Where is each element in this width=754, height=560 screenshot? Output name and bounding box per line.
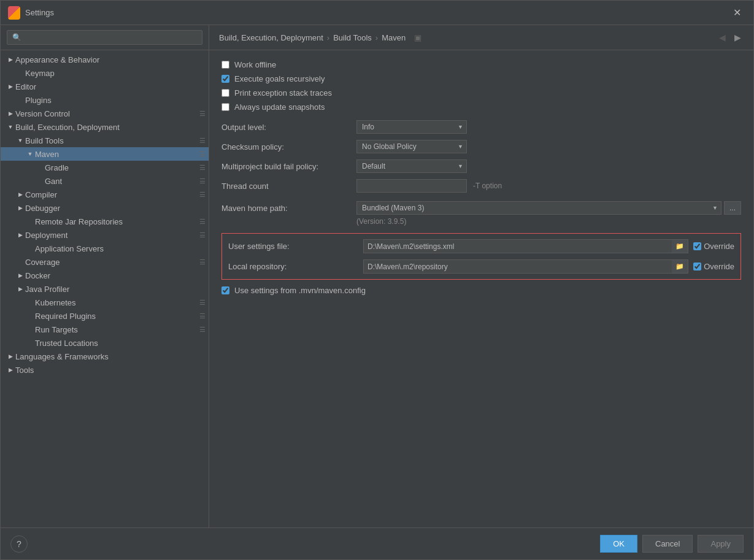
sidebar-item-debugger[interactable]: Debugger	[1, 201, 209, 215]
arrow-icon	[25, 297, 35, 307]
sidebar-item-build-tools[interactable]: Build Tools ☰	[1, 134, 209, 147]
sidebar-item-label: Run Targets	[35, 325, 196, 334]
sidebar-item-label: Appearance & Behavior	[15, 55, 209, 64]
sidebar-item-remote-jar[interactable]: Remote Jar Repositories ☰	[1, 215, 209, 228]
local-repo-browse-button[interactable]: 📁	[672, 260, 688, 273]
sidebar-item-trusted-locations[interactable]: Trusted Locations	[1, 336, 209, 350]
output-level-row: Output level: Info Debug Error Warning	[221, 120, 741, 134]
sidebar-item-plugins[interactable]: Plugins	[1, 93, 209, 107]
local-repo-input[interactable]	[364, 261, 672, 273]
use-settings-checkbox[interactable]	[221, 286, 229, 294]
sidebar-item-docker[interactable]: Docker	[1, 269, 209, 282]
output-level-label: Output level:	[221, 123, 356, 132]
arrow-icon	[6, 55, 15, 64]
sidebar-item-build-exec[interactable]: Build, Execution, Deployment	[1, 120, 209, 134]
help-button[interactable]: ?	[10, 535, 28, 553]
sidebar-item-label: Keymap	[25, 69, 209, 78]
apply-button[interactable]: Apply	[698, 535, 744, 553]
sidebar-item-label: Gant	[45, 177, 196, 186]
sidebar-item-gradle[interactable]: Gradle ☰	[1, 161, 209, 174]
sidebar-item-required-plugins[interactable]: Required Plugins ☰	[1, 309, 209, 323]
local-repo-row: Local repository: 📁 Override	[222, 256, 741, 277]
sidebar-tree: Appearance & Behavior Keymap Editor Plug…	[1, 50, 209, 527]
print-exception-checkbox[interactable]	[221, 89, 229, 97]
work-offline-label: Work offline	[234, 60, 276, 69]
sidebar-item-run-targets[interactable]: Run Targets ☰	[1, 323, 209, 336]
arrow-icon	[15, 270, 25, 280]
user-settings-browse-button[interactable]: 📁	[672, 240, 688, 253]
maven-home-dropdown-wrapper: Bundled (Maven 3) Custom	[356, 201, 721, 215]
arrow-icon	[15, 257, 25, 267]
arrow-icon	[35, 176, 45, 186]
pin-icon: ☰	[196, 258, 209, 266]
arrow-icon	[25, 217, 35, 226]
execute-goals-checkbox[interactable]	[221, 75, 229, 83]
sidebar-item-label: Editor	[15, 82, 209, 91]
local-repo-override-checkbox[interactable]	[693, 263, 701, 270]
sidebar-item-label: Required Plugins	[35, 312, 196, 321]
execute-goals-label: Execute goals recursively	[234, 74, 325, 83]
sidebar-item-deployment[interactable]: Deployment ☰	[1, 228, 209, 242]
output-level-dropdown[interactable]: Info Debug Error Warning	[356, 120, 467, 134]
maven-home-dropdown[interactable]: Bundled (Maven 3) Custom	[356, 201, 721, 215]
arrow-icon	[6, 82, 15, 91]
always-update-checkbox[interactable]	[221, 103, 229, 111]
sidebar-item-gant[interactable]: Gant ☰	[1, 174, 209, 188]
cancel-button[interactable]: Cancel	[642, 535, 693, 553]
breadcrumb-sep2: ›	[375, 33, 378, 42]
print-exception-label: Print exception stack traces	[234, 88, 332, 98]
sidebar-item-kubernetes[interactable]: Kubernetes ☰	[1, 296, 209, 309]
multiproject-dropdown[interactable]: Default Fail at End Never Fail Fast	[356, 159, 467, 173]
sidebar-item-version-control[interactable]: Version Control ☰	[1, 107, 209, 120]
ok-button[interactable]: OK	[600, 535, 637, 553]
arrow-icon	[35, 163, 45, 172]
sidebar-item-label: Application Servers	[35, 244, 209, 253]
window-title: Settings	[25, 8, 728, 17]
maven-home-browse-button[interactable]: ...	[724, 201, 741, 215]
back-button[interactable]: ◀	[717, 31, 728, 44]
sidebar-item-languages[interactable]: Languages & Frameworks	[1, 350, 209, 363]
always-update-label: Always update snapshots	[234, 102, 325, 112]
sidebar-item-label: Gradle	[45, 163, 196, 172]
sidebar-item-appearance[interactable]: Appearance & Behavior	[1, 53, 209, 66]
close-button[interactable]: ✕	[728, 4, 746, 21]
maven-home-label: Maven home path:	[221, 204, 356, 213]
search-input[interactable]	[7, 30, 202, 45]
output-level-dropdown-wrapper: Info Debug Error Warning	[356, 120, 467, 134]
sidebar-item-label: Maven	[35, 150, 196, 159]
user-settings-input[interactable]	[364, 240, 672, 253]
thread-count-input[interactable]	[356, 179, 467, 193]
checksum-policy-dropdown[interactable]: No Global Policy Warn Fail Ignore	[356, 140, 467, 153]
multiproject-label: Multiproject build fail policy:	[221, 162, 356, 171]
settings-dialog: Settings ✕ Appearance & Behavior Keymap	[0, 0, 754, 560]
sidebar-item-label: Build Tools	[25, 136, 196, 145]
arrow-icon	[15, 230, 25, 240]
local-repo-override-label: Override	[704, 262, 734, 271]
user-settings-override-checkbox[interactable]	[693, 242, 701, 250]
sidebar-item-editor[interactable]: Editor	[1, 80, 209, 93]
local-repo-input-wrapper: 📁	[363, 259, 688, 274]
sidebar-item-maven[interactable]: Maven ☰	[1, 147, 209, 161]
arrow-icon	[15, 190, 25, 199]
work-offline-checkbox[interactable]	[221, 61, 229, 69]
sidebar-item-tools[interactable]: Tools	[1, 363, 209, 377]
arrow-icon	[6, 365, 15, 375]
pin-icon: ☰	[196, 312, 209, 320]
sidebar-item-app-servers[interactable]: Application Servers	[1, 242, 209, 255]
arrow-icon	[15, 95, 25, 105]
arrow-icon	[25, 244, 35, 253]
override-section-wrapper: 中央仓库 本地仓库 User settings file: 📁	[221, 233, 741, 280]
forward-button[interactable]: ▶	[732, 31, 744, 44]
sidebar-item-java-profiler[interactable]: Java Profiler	[1, 282, 209, 296]
pin-icon: ☰	[196, 164, 209, 172]
sidebar-item-label: Trusted Locations	[35, 339, 209, 348]
sidebar-item-label: Kubernetes	[35, 298, 196, 307]
sidebar-item-keymap[interactable]: Keymap	[1, 66, 209, 80]
user-settings-input-wrapper: 📁	[363, 239, 688, 253]
sidebar-item-coverage[interactable]: Coverage ☰	[1, 255, 209, 269]
breadcrumb-nav: ◀ ▶	[717, 31, 744, 44]
checksum-policy-row: Checksum policy: No Global Policy Warn F…	[221, 140, 741, 153]
sidebar-item-compiler[interactable]: Compiler ☰	[1, 188, 209, 201]
breadcrumb-tab-icon: ▣	[414, 33, 421, 42]
sidebar-item-label: Coverage	[25, 258, 196, 267]
